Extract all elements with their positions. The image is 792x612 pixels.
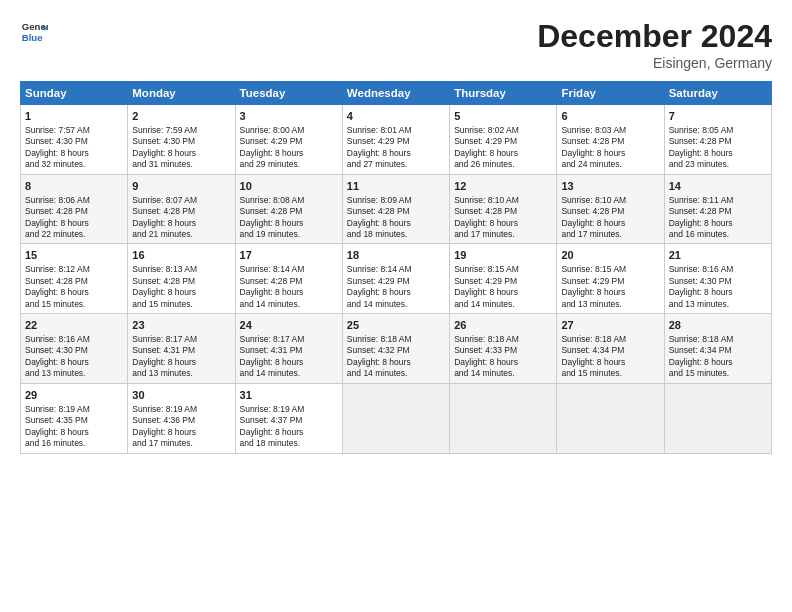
day-number: 18 — [347, 248, 445, 263]
list-item: 25Sunrise: 8:18 AMSunset: 4:32 PMDayligh… — [342, 314, 449, 384]
day-number: 31 — [240, 388, 338, 403]
col-friday: Friday — [557, 82, 664, 105]
list-item: 3Sunrise: 8:00 AMSunset: 4:29 PMDaylight… — [235, 105, 342, 175]
list-item: 14Sunrise: 8:11 AMSunset: 4:28 PMDayligh… — [664, 174, 771, 244]
list-item: 19Sunrise: 8:15 AMSunset: 4:29 PMDayligh… — [450, 244, 557, 314]
table-row: 1Sunrise: 7:57 AMSunset: 4:30 PMDaylight… — [21, 105, 772, 175]
day-number: 26 — [454, 318, 552, 333]
day-number: 15 — [25, 248, 123, 263]
day-number: 28 — [669, 318, 767, 333]
day-number: 27 — [561, 318, 659, 333]
list-item: 27Sunrise: 8:18 AMSunset: 4:34 PMDayligh… — [557, 314, 664, 384]
list-item: 26Sunrise: 8:18 AMSunset: 4:33 PMDayligh… — [450, 314, 557, 384]
logo: General Blue — [20, 18, 48, 46]
day-number: 17 — [240, 248, 338, 263]
table-row: 29Sunrise: 8:19 AMSunset: 4:35 PMDayligh… — [21, 383, 772, 453]
day-number: 10 — [240, 179, 338, 194]
day-number: 7 — [669, 109, 767, 124]
col-monday: Monday — [128, 82, 235, 105]
list-item: 7Sunrise: 8:05 AMSunset: 4:28 PMDaylight… — [664, 105, 771, 175]
list-item — [664, 383, 771, 453]
list-item: 21Sunrise: 8:16 AMSunset: 4:30 PMDayligh… — [664, 244, 771, 314]
col-tuesday: Tuesday — [235, 82, 342, 105]
list-item: 1Sunrise: 7:57 AMSunset: 4:30 PMDaylight… — [21, 105, 128, 175]
day-number: 22 — [25, 318, 123, 333]
day-number: 19 — [454, 248, 552, 263]
list-item — [557, 383, 664, 453]
list-item: 4Sunrise: 8:01 AMSunset: 4:29 PMDaylight… — [342, 105, 449, 175]
list-item: 30Sunrise: 8:19 AMSunset: 4:36 PMDayligh… — [128, 383, 235, 453]
day-number: 8 — [25, 179, 123, 194]
day-number: 16 — [132, 248, 230, 263]
logo-icon: General Blue — [20, 18, 48, 46]
list-item: 6Sunrise: 8:03 AMSunset: 4:28 PMDaylight… — [557, 105, 664, 175]
list-item: 15Sunrise: 8:12 AMSunset: 4:28 PMDayligh… — [21, 244, 128, 314]
day-number: 9 — [132, 179, 230, 194]
day-number: 30 — [132, 388, 230, 403]
col-saturday: Saturday — [664, 82, 771, 105]
day-number: 11 — [347, 179, 445, 194]
col-sunday: Sunday — [21, 82, 128, 105]
list-item: 20Sunrise: 8:15 AMSunset: 4:29 PMDayligh… — [557, 244, 664, 314]
list-item: 13Sunrise: 8:10 AMSunset: 4:28 PMDayligh… — [557, 174, 664, 244]
list-item — [342, 383, 449, 453]
day-number: 3 — [240, 109, 338, 124]
day-number: 29 — [25, 388, 123, 403]
day-number: 1 — [25, 109, 123, 124]
col-thursday: Thursday — [450, 82, 557, 105]
list-item: 8Sunrise: 8:06 AMSunset: 4:28 PMDaylight… — [21, 174, 128, 244]
day-number: 20 — [561, 248, 659, 263]
list-item — [450, 383, 557, 453]
list-item: 16Sunrise: 8:13 AMSunset: 4:28 PMDayligh… — [128, 244, 235, 314]
list-item: 18Sunrise: 8:14 AMSunset: 4:29 PMDayligh… — [342, 244, 449, 314]
list-item: 28Sunrise: 8:18 AMSunset: 4:34 PMDayligh… — [664, 314, 771, 384]
list-item: 31Sunrise: 8:19 AMSunset: 4:37 PMDayligh… — [235, 383, 342, 453]
day-number: 23 — [132, 318, 230, 333]
list-item: 10Sunrise: 8:08 AMSunset: 4:28 PMDayligh… — [235, 174, 342, 244]
calendar-table: Sunday Monday Tuesday Wednesday Thursday… — [20, 81, 772, 454]
calendar-page: General Blue December 2024 Eisingen, Ger… — [0, 0, 792, 612]
list-item: 11Sunrise: 8:09 AMSunset: 4:28 PMDayligh… — [342, 174, 449, 244]
day-number: 25 — [347, 318, 445, 333]
list-item: 17Sunrise: 8:14 AMSunset: 4:28 PMDayligh… — [235, 244, 342, 314]
header: General Blue December 2024 Eisingen, Ger… — [20, 18, 772, 71]
list-item: 12Sunrise: 8:10 AMSunset: 4:28 PMDayligh… — [450, 174, 557, 244]
svg-text:Blue: Blue — [22, 32, 43, 43]
day-number: 2 — [132, 109, 230, 124]
day-number: 24 — [240, 318, 338, 333]
list-item: 9Sunrise: 8:07 AMSunset: 4:28 PMDaylight… — [128, 174, 235, 244]
list-item: 2Sunrise: 7:59 AMSunset: 4:30 PMDaylight… — [128, 105, 235, 175]
table-row: 8Sunrise: 8:06 AMSunset: 4:28 PMDaylight… — [21, 174, 772, 244]
list-item: 29Sunrise: 8:19 AMSunset: 4:35 PMDayligh… — [21, 383, 128, 453]
table-row: 22Sunrise: 8:16 AMSunset: 4:30 PMDayligh… — [21, 314, 772, 384]
list-item: 22Sunrise: 8:16 AMSunset: 4:30 PMDayligh… — [21, 314, 128, 384]
list-item: 24Sunrise: 8:17 AMSunset: 4:31 PMDayligh… — [235, 314, 342, 384]
calendar-location: Eisingen, Germany — [537, 55, 772, 71]
list-item: 5Sunrise: 8:02 AMSunset: 4:29 PMDaylight… — [450, 105, 557, 175]
day-number: 5 — [454, 109, 552, 124]
day-number: 4 — [347, 109, 445, 124]
title-block: December 2024 Eisingen, Germany — [537, 18, 772, 71]
calendar-title: December 2024 — [537, 18, 772, 55]
day-number: 21 — [669, 248, 767, 263]
day-number: 6 — [561, 109, 659, 124]
day-number: 14 — [669, 179, 767, 194]
day-number: 13 — [561, 179, 659, 194]
table-row: 15Sunrise: 8:12 AMSunset: 4:28 PMDayligh… — [21, 244, 772, 314]
list-item: 23Sunrise: 8:17 AMSunset: 4:31 PMDayligh… — [128, 314, 235, 384]
day-number: 12 — [454, 179, 552, 194]
col-wednesday: Wednesday — [342, 82, 449, 105]
header-row: Sunday Monday Tuesday Wednesday Thursday… — [21, 82, 772, 105]
